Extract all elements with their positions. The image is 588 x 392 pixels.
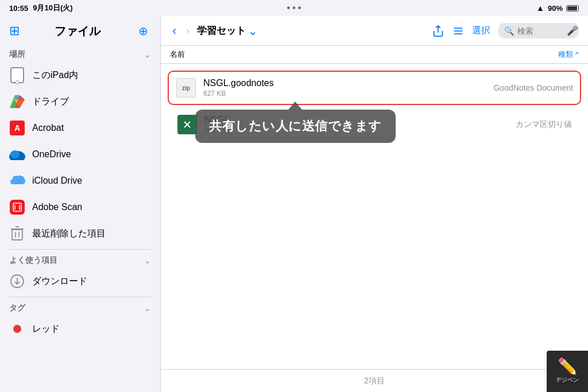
wifi-icon: ▲ — [536, 3, 544, 13]
sidebar-item-trash[interactable]: 最近削除した項目 — [0, 220, 160, 247]
panel-toggle-icon[interactable]: ⊞ — [9, 24, 20, 38]
favorites-label: よく使う項目 — [9, 255, 57, 266]
search-box[interactable]: 🔍 🎤 — [498, 23, 579, 38]
file-icon-1: zip — [176, 77, 196, 98]
favorites-section-header: よく使う項目 ⌄ — [0, 252, 160, 268]
sidebar-item-icloud-label: iCloud Drive — [32, 176, 82, 186]
svg-rect-9 — [12, 230, 22, 240]
file-name-1: NSGL.goodnotes — [203, 78, 486, 88]
select-button[interactable]: 選択 — [472, 25, 490, 37]
file-list: zip NSGL.goodnotes 627 KB GoodNotes Docu… — [161, 64, 588, 369]
main-content: ‹ › 学習セット ⌄ — [161, 16, 588, 392]
tags-section-header: タグ ⌄ — [0, 300, 160, 316]
file-size-1: 627 KB — [203, 90, 486, 98]
zip-icon: zip — [176, 78, 196, 98]
sidebar-item-red-tag-label: レッド — [32, 323, 60, 335]
sidebar-item-ipad[interactable]: このiPad内 — [0, 62, 160, 88]
divider1 — [9, 249, 151, 250]
sidebar-title: ファイル — [55, 24, 100, 39]
favorites-chevron-icon[interactable]: ⌄ — [144, 256, 151, 265]
sidebar: ⊞ ファイル ⊕ 場所 ⌄ このiPad内 — [0, 16, 161, 392]
adobescan-icon — [9, 199, 25, 215]
toolbar-actions: 選択 🔍 🎤 — [432, 23, 579, 38]
sidebar-item-drive-label: ドライブ — [32, 96, 69, 108]
sidebar-item-red-tag[interactable]: レッド — [0, 316, 160, 342]
app-container: ⊞ ファイル ⊕ 場所 ⌄ このiPad内 — [0, 16, 588, 392]
red-tag-icon — [9, 321, 25, 337]
item-count: 2項目 — [364, 376, 385, 386]
sidebar-item-downloads-label: ダウンロード — [32, 275, 87, 288]
dot1: • — [287, 3, 291, 13]
ipad-icon — [9, 67, 25, 83]
sidebar-item-acrobat-label: Acrobat — [32, 123, 64, 133]
search-icon: 🔍 — [504, 26, 514, 36]
acrobat-icon: A — [9, 120, 25, 136]
battery-icon — [566, 5, 579, 11]
sidebar-item-downloads[interactable]: ダウンロード — [0, 268, 160, 294]
share-icon[interactable] — [432, 25, 444, 37]
icloud-icon — [9, 173, 25, 189]
dot2: • — [292, 3, 296, 13]
search-input[interactable] — [517, 26, 563, 36]
file-info-1: NSGL.goodnotes 627 KB — [203, 78, 486, 98]
sidebar-item-icloud[interactable]: iCloud Drive — [0, 168, 160, 194]
places-label: 場所 — [9, 49, 25, 60]
date-display: 9月10日(火) — [33, 3, 72, 13]
watermark: ✏️ デジペン — [547, 351, 588, 392]
onedrive-icon — [9, 146, 25, 162]
trash-icon — [9, 226, 25, 242]
sidebar-item-onedrive[interactable]: OneDrive — [0, 141, 160, 168]
sidebar-item-adobescan-label: Adobe Scan — [32, 202, 82, 212]
main-footer: 2項目 ✏️ デジペン — [161, 369, 588, 392]
notch-area: • • • — [287, 3, 301, 13]
divider2 — [9, 297, 151, 297]
file-type-1: GoodNotes Document — [493, 83, 573, 92]
mic-icon[interactable]: 🎤 — [567, 25, 578, 36]
sidebar-item-onedrive-label: OneDrive — [32, 149, 71, 160]
sidebar-item-adobescan[interactable]: Adobe Scan — [0, 194, 160, 220]
tags-chevron-icon[interactable]: ⌄ — [144, 304, 151, 313]
list-icon[interactable] — [452, 25, 464, 37]
file-icon-2 — [177, 114, 198, 135]
breadcrumb-title: 学習セット — [197, 24, 246, 37]
file-row-1[interactable]: zip NSGL.goodnotes 627 KB GoodNotes Docu… — [168, 71, 581, 105]
sidebar-item-trash-label: 最近削除した項目 — [32, 228, 106, 240]
forward-button[interactable]: › — [183, 22, 192, 40]
tooltip-bubble: 共有したい人に送信できます — [195, 110, 396, 143]
status-time-area: 10:55 9月10日(火) — [9, 3, 73, 13]
sidebar-item-drive[interactable]: ドライブ — [0, 88, 160, 115]
col-type-header[interactable]: 種類 ^ — [558, 49, 579, 60]
status-indicators: ▲ 90% — [536, 3, 579, 13]
svg-point-7 — [10, 150, 20, 158]
file-type-2: カンマ区切り値 — [516, 119, 572, 130]
dot3: • — [298, 3, 301, 13]
col-name-header[interactable]: 名前 — [170, 49, 185, 60]
gdrive-icon — [9, 94, 25, 110]
xlsx-icon — [177, 115, 197, 134]
column-headers: 名前 種類 ^ — [161, 46, 588, 64]
tooltip-text: 共有したい人に送信できます — [209, 118, 382, 135]
svg-rect-8 — [13, 203, 21, 211]
battery-fill — [567, 6, 577, 10]
sidebar-header: ⊞ ファイル ⊕ — [0, 16, 160, 46]
back-button[interactable]: ‹ — [170, 22, 179, 40]
status-bar: 10:55 9月10日(火) • • • ▲ 90% — [0, 0, 588, 16]
places-section-header: 場所 ⌄ — [0, 46, 160, 62]
sidebar-item-acrobat[interactable]: A Acrobat — [0, 115, 160, 141]
watermark-label: デジペン — [556, 376, 579, 384]
sidebar-item-ipad-label: このiPad内 — [32, 69, 78, 81]
places-chevron-icon[interactable]: ⌄ — [144, 50, 151, 59]
tooltip-arrow — [288, 102, 302, 110]
watermark-icon: ✏️ — [558, 359, 578, 375]
breadcrumb-chevron-icon[interactable]: ⌄ — [248, 24, 258, 38]
sidebar-header-icons: ⊕ — [135, 23, 151, 39]
main-toolbar: ‹ › 学習セット ⌄ — [161, 16, 588, 46]
tags-label: タグ — [9, 303, 25, 313]
time-display: 10:55 — [9, 4, 28, 13]
download-icon — [9, 273, 25, 289]
add-location-button[interactable]: ⊕ — [135, 23, 151, 39]
breadcrumb: 学習セット ⌄ — [197, 24, 427, 38]
battery-percent: 90% — [548, 4, 563, 13]
